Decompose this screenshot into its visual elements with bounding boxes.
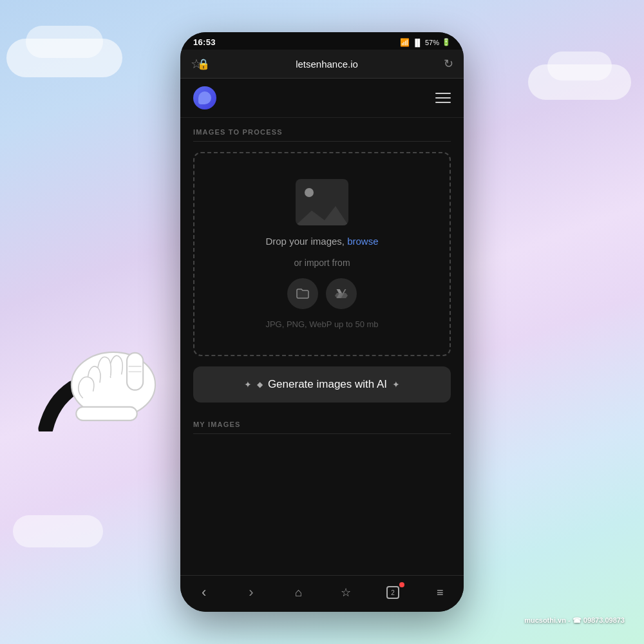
nav-back-icon: ‹: [202, 584, 206, 601]
watermark-text: mucsothi.vn - ☎ 09873.09873: [524, 616, 625, 625]
svg-marker-5: [296, 206, 348, 225]
status-time: 16:53: [193, 37, 216, 47]
diamond-icon: ◆: [257, 380, 263, 389]
nav-forward-icon: ›: [249, 584, 253, 601]
file-types-text: JPG, PNG, WebP up to 50 mb: [265, 319, 378, 329]
nav-tabs-button[interactable]: 2: [379, 581, 407, 604]
hamburger-line-2: [435, 97, 451, 99]
nav-menu-icon: ≡: [437, 586, 444, 600]
drop-zone[interactable]: Drop your images, browse or import from: [193, 152, 451, 356]
hamburger-line-3: [435, 102, 451, 103]
status-right: 📶 ▐▌ 57% 🔋: [400, 38, 451, 47]
browser-lock-icon: 🔒: [197, 58, 210, 70]
nav-home-button[interactable]: ⌂: [284, 581, 312, 604]
generate-button-label: Generate images with AI: [268, 378, 387, 391]
generate-button[interactable]: ✦ ◆ Generate images with AI ✦: [193, 366, 451, 402]
import-drive-button[interactable]: [326, 278, 357, 309]
battery-text: 57%: [425, 39, 439, 46]
reload-icon[interactable]: ↻: [444, 57, 453, 71]
image-placeholder-icon: [296, 179, 348, 225]
sparkle-left-icon: ✦: [244, 379, 252, 390]
import-folder-button[interactable]: [287, 278, 318, 309]
watermark: mucsothi.vn - ☎ 09873.09873: [524, 616, 625, 625]
sparkle-right-icon: ✦: [392, 379, 400, 390]
hamburger-line-1: [435, 93, 451, 94]
battery-icon: 🔋: [442, 38, 451, 46]
drop-zone-text: Drop your images, browse: [265, 236, 378, 247]
my-images-divider: [193, 433, 451, 434]
scroll-spacer: [180, 439, 464, 478]
images-to-process-label: IMAGES TO PROCESS: [180, 118, 464, 141]
app-content: IMAGES TO PROCESS Dr: [180, 79, 464, 575]
status-bar: 16:53 📶 ▐▌ 57% 🔋: [180, 32, 464, 50]
bottom-nav: ‹ › ⌂ ☆ 2 ≡: [180, 575, 464, 612]
nav-menu-button[interactable]: ≡: [426, 581, 454, 604]
import-buttons: [287, 278, 357, 309]
nav-bookmarks-button[interactable]: ☆: [332, 581, 360, 604]
hamburger-menu[interactable]: [435, 93, 451, 103]
nav-forward-button[interactable]: ›: [237, 581, 265, 604]
logo-bubble: [198, 91, 211, 104]
nav-badge: [399, 582, 404, 587]
nav-bookmarks-icon: ☆: [341, 585, 351, 600]
my-images-label: MY IMAGES: [180, 415, 464, 433]
browse-link[interactable]: browse: [347, 236, 378, 247]
or-import-text: or import from: [294, 258, 350, 268]
nav-home-icon: ⌂: [295, 586, 302, 600]
app-logo[interactable]: [193, 86, 216, 109]
nav-back-button[interactable]: ‹: [190, 581, 218, 604]
browser-bar: ☆ 🔒 letsenhance.io ↻: [180, 50, 464, 79]
section-divider-top: [193, 141, 451, 142]
nav-tabs-icon: 2: [386, 586, 399, 599]
wifi-icon: 📶: [400, 38, 410, 47]
app-header: [180, 79, 464, 118]
browser-url[interactable]: letsenhance.io: [210, 59, 444, 70]
signal-icon: ▐▌: [412, 39, 422, 46]
